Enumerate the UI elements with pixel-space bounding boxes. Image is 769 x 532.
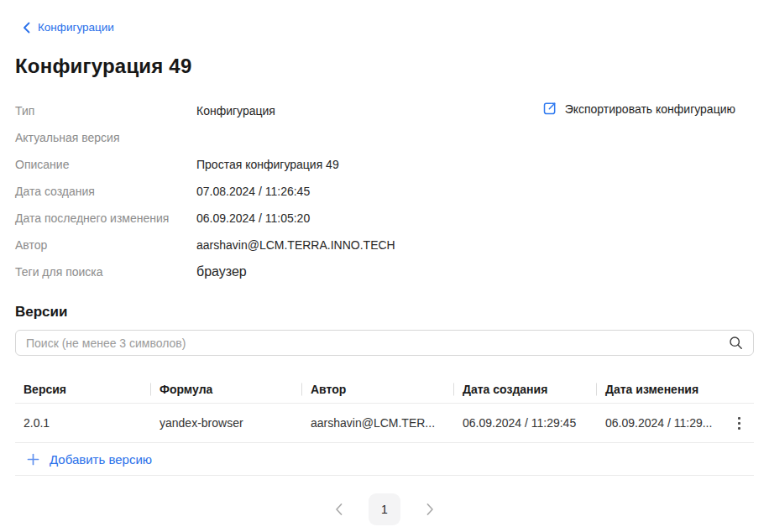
detail-label: Теги для поиска xyxy=(15,265,196,279)
header-author: Автор xyxy=(302,376,454,403)
detail-value-tag: браузер xyxy=(196,264,247,279)
header-actions xyxy=(724,376,754,403)
detail-label: Описание xyxy=(15,158,196,171)
detail-value: 07.08.2024 / 11:26:45 xyxy=(196,185,310,198)
detail-row-type: Тип Конфигурация xyxy=(15,97,754,124)
header-modified: Дата изменения xyxy=(597,376,724,403)
page-title: Конфигурация 49 xyxy=(15,55,191,78)
detail-row-actual-version: Актуальная версия xyxy=(15,124,754,151)
cell-modified: 06.09.2024 / 11:29... xyxy=(597,416,724,430)
versions-section-title: Версии xyxy=(15,304,67,321)
cell-author: aarshavin@LCM.TER... xyxy=(302,416,454,430)
cell-version: 2.0.1 xyxy=(15,416,151,430)
detail-value: 06.09.2024 / 11:05:20 xyxy=(196,211,310,225)
header-version: Версия xyxy=(15,376,151,403)
pagination-current-page[interactable]: 1 xyxy=(369,493,400,525)
add-version-button[interactable]: Добавить версию xyxy=(15,443,754,476)
detail-row-modified-date: Дата последнего изменения 06.09.2024 / 1… xyxy=(15,205,754,232)
row-actions-kebab-icon[interactable] xyxy=(733,412,745,435)
version-table-row[interactable]: 2.0.1 yandex-browser aarshavin@LCM.TER..… xyxy=(15,404,754,443)
detail-row-description: Описание Простая конфигурация 49 xyxy=(15,151,754,178)
detail-value: Простая конфигурация 49 xyxy=(196,158,339,171)
header-created: Дата создания xyxy=(454,376,597,403)
detail-label: Дата создания xyxy=(15,185,196,198)
detail-value: Конфигурация xyxy=(196,104,275,117)
pagination-next-icon[interactable] xyxy=(422,499,438,519)
back-link-configurations[interactable]: Конфигурации xyxy=(23,21,114,34)
back-link-label: Конфигурации xyxy=(38,21,114,34)
versions-table-header: Версия Формула Автор Дата создания Дата … xyxy=(15,376,754,404)
pagination: 1 xyxy=(0,493,769,525)
detail-label: Тип xyxy=(15,104,196,117)
detail-row-author: Автор aarshavin@LCM.TERRA.INNO.TECH xyxy=(15,232,754,258)
cell-created: 06.09.2024 / 11:29:45 xyxy=(454,416,597,430)
header-formula: Формула xyxy=(151,376,302,403)
add-version-label: Добавить версию xyxy=(50,452,152,467)
chevron-left-icon xyxy=(23,22,30,34)
search-icon[interactable] xyxy=(729,336,743,350)
pagination-prev-icon[interactable] xyxy=(331,499,347,519)
detail-label: Актуальная версия xyxy=(15,131,196,144)
detail-row-search-tags: Теги для поиска браузер xyxy=(15,258,754,285)
plus-icon xyxy=(27,453,39,466)
detail-label: Автор xyxy=(15,238,196,252)
versions-search-input[interactable] xyxy=(26,336,729,350)
cell-formula: yandex-browser xyxy=(151,416,302,430)
configuration-details: Тип Конфигурация Актуальная версия Описа… xyxy=(15,97,754,285)
detail-value: aarshavin@LCM.TERRA.INNO.TECH xyxy=(196,238,395,252)
versions-search-box xyxy=(15,330,754,356)
detail-row-created-date: Дата создания 07.08.2024 / 11:26:45 xyxy=(15,178,754,205)
configuration-detail-page: Конфигурации Конфигурация 49 Экспортиров… xyxy=(0,0,769,532)
versions-table: Версия Формула Автор Дата создания Дата … xyxy=(15,376,754,476)
detail-label: Дата последнего изменения xyxy=(15,211,196,225)
